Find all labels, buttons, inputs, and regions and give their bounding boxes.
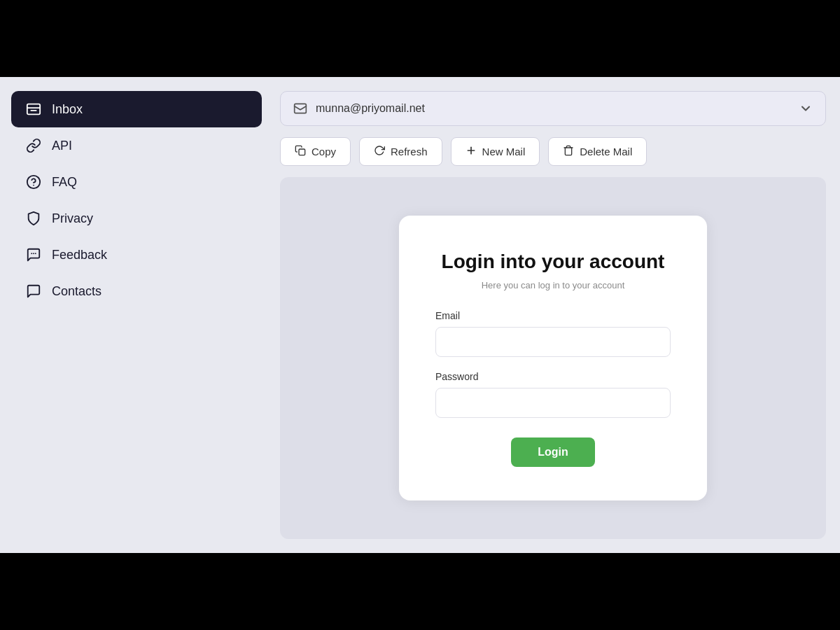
email-form-group: Email: [435, 310, 671, 357]
sidebar: Inbox API FAQ: [0, 77, 273, 553]
sidebar-item-privacy[interactable]: Privacy: [11, 200, 262, 237]
sidebar-item-inbox-label: Inbox: [52, 102, 83, 117]
email-label: Email: [435, 310, 671, 321]
login-card: Login into your account Here you can log…: [399, 216, 707, 500]
refresh-button[interactable]: Refresh: [359, 137, 442, 166]
email-address-bar[interactable]: munna@priyomail.net: [280, 91, 826, 126]
svg-rect-6: [295, 104, 307, 113]
inbox-icon: [25, 101, 42, 118]
chevron-down-icon: [799, 102, 813, 115]
main-panel: Login into your account Here you can log…: [280, 177, 826, 539]
sidebar-item-feedback-label: Feedback: [52, 248, 107, 262]
copy-button[interactable]: Copy: [280, 137, 351, 166]
sidebar-item-api[interactable]: API: [11, 127, 262, 164]
feedback-icon: [25, 246, 42, 263]
sidebar-item-faq[interactable]: FAQ: [11, 164, 262, 200]
toolbar: Copy Refresh New Mail: [280, 137, 826, 166]
delete-mail-label: Delete Mail: [580, 146, 632, 158]
copy-label: Copy: [312, 146, 336, 158]
sidebar-item-contacts-label: Contacts: [52, 284, 102, 299]
sidebar-item-inbox[interactable]: Inbox: [11, 91, 262, 127]
black-bar-bottom: [0, 553, 840, 630]
sidebar-item-feedback[interactable]: Feedback: [11, 237, 262, 273]
sidebar-item-privacy-label: Privacy: [52, 211, 93, 226]
password-label: Password: [435, 371, 671, 382]
login-button[interactable]: Login: [511, 438, 595, 467]
plus-icon: [465, 145, 477, 158]
faq-icon: [25, 174, 42, 190]
delete-mail-button[interactable]: Delete Mail: [548, 137, 647, 166]
privacy-icon: [25, 210, 42, 227]
sidebar-item-contacts[interactable]: Contacts: [11, 273, 262, 309]
email-address-text: munna@priyomail.net: [316, 102, 790, 115]
login-subtitle: Here you can log in to your account: [435, 280, 671, 290]
refresh-label: Refresh: [391, 146, 428, 158]
black-bar-top: [0, 0, 840, 77]
new-mail-label: New Mail: [482, 146, 526, 158]
password-field[interactable]: [435, 388, 671, 418]
api-icon: [25, 137, 42, 154]
email-field[interactable]: [435, 327, 671, 357]
copy-icon: [295, 145, 306, 158]
contacts-icon: [25, 283, 42, 300]
login-title: Login into your account: [435, 249, 671, 274]
trash-icon: [563, 145, 574, 158]
app-container: Inbox API FAQ: [0, 77, 840, 553]
svg-rect-0: [27, 104, 40, 115]
new-mail-button[interactable]: New Mail: [451, 137, 540, 166]
mail-icon: [293, 102, 307, 115]
main-content: munna@priyomail.net Copy: [273, 77, 840, 553]
sidebar-item-faq-label: FAQ: [52, 175, 77, 190]
refresh-icon: [374, 145, 385, 158]
sidebar-item-api-label: API: [52, 139, 72, 153]
password-form-group: Password: [435, 371, 671, 418]
svg-rect-7: [299, 149, 305, 155]
